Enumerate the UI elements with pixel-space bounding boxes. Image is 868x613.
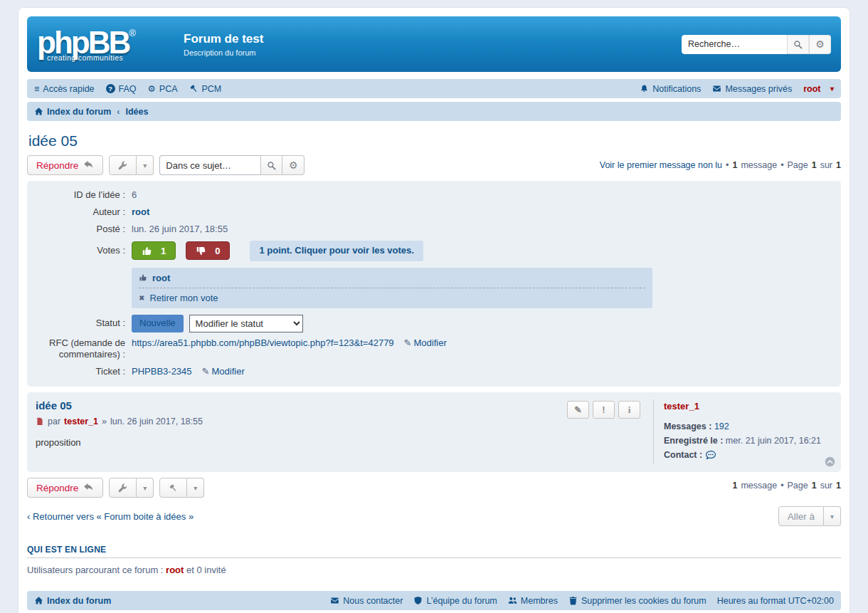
post-author-link[interactable]: tester_1 [64, 416, 98, 426]
topic-search-input[interactable] [159, 155, 260, 175]
topic-tools-caret-button[interactable]: ▾ [137, 155, 154, 175]
post-profile: tester_1 Messages : 192 Enregistré le : … [653, 399, 832, 463]
status-select[interactable]: Modifier le statut [189, 315, 303, 332]
page-word: Page [788, 160, 808, 170]
post-date-separator: » [102, 416, 107, 426]
idea-votes-row: Votes : 1 0 1 point. Cliquer pour voir l… [34, 241, 834, 261]
ticket-edit-link[interactable]: ✎Modifier [202, 366, 245, 377]
idea-id-row: ID de l’idée : 6 [34, 189, 834, 201]
vote-down-button[interactable]: 0 [186, 241, 230, 260]
breadcrumb-current-link[interactable]: Idées [125, 107, 148, 117]
idea-id-label: ID de l’idée : [34, 189, 125, 201]
header-search-input[interactable] [682, 35, 787, 54]
notifications-link[interactable]: Notifications [640, 84, 701, 94]
quick-links-menu[interactable]: ≡Accès rapide [34, 84, 95, 94]
reply-button-bottom[interactable]: Répondre [27, 478, 103, 498]
jump-to-caret-button[interactable]: ▾ [824, 506, 841, 526]
phpbb-logo[interactable]: phpBB® creating communities [37, 27, 172, 62]
return-to-forum-link[interactable]: ‹ Retourner vers « Forum boite à idées » [27, 511, 194, 522]
post-information-button[interactable]: i [618, 401, 640, 419]
envelope-icon [330, 596, 339, 605]
status-badge[interactable]: Nouvelle [132, 315, 184, 332]
jump-to-button[interactable]: Aller à [778, 506, 824, 526]
footer-navbar: Index du forum Nous contacter L’équipe d… [27, 591, 841, 610]
ticket-link[interactable]: PHPBB3-2345 [132, 366, 192, 377]
idea-votes-label: Votes : [34, 245, 125, 257]
rfc-edit-link[interactable]: ✎Modifier [404, 337, 447, 348]
first-unread-link[interactable]: Voir le premier message non lu [600, 160, 722, 170]
post-by-word: par [48, 416, 60, 426]
exclamation-icon: ! [602, 404, 605, 415]
topic-tools-dropdown-bottom: ▾ [109, 478, 154, 498]
profile-registered-row: Enregistré le : mer. 21 juin 2017, 16:21 [664, 434, 832, 448]
topic-tools-caret-button-bottom[interactable]: ▾ [137, 478, 154, 498]
moderator-tools-dropdown: ▾ [159, 478, 204, 498]
bullet-separator: • [726, 160, 729, 170]
vote-info-box[interactable]: 1 point. Cliquer pour voir les votes. [250, 241, 423, 261]
topic-tools-button[interactable] [109, 155, 137, 175]
site-title[interactable]: Forum de test [184, 32, 263, 46]
team-link[interactable]: L’équipe du forum [413, 596, 497, 606]
topic-tools-button-bottom[interactable] [109, 478, 137, 498]
page-of-word: sur [820, 481, 832, 491]
delete-cookies-link[interactable]: Supprimer les cookies du forum [568, 596, 706, 606]
post-report-button[interactable]: ! [593, 401, 615, 419]
pcm-link[interactable]: PCM [189, 84, 222, 94]
home-icon [34, 596, 43, 605]
idea-author-link[interactable]: root [132, 206, 149, 217]
remove-vote-row: ✖ Retirer mon vote [139, 288, 645, 303]
post-edit-button[interactable]: ✎ [567, 401, 589, 419]
moderator-tools-button[interactable] [159, 478, 187, 498]
post-panel: idée 05 par tester_1 » lun. 26 juin 2017… [27, 392, 841, 472]
chevron-down-icon: ▾ [143, 162, 147, 169]
contact-pm-icon[interactable] [705, 449, 716, 461]
users-icon [508, 596, 517, 605]
footer-home-link[interactable]: Index du forum [34, 596, 111, 606]
return-jump-row: ‹ Retourner vers « Forum boite à idées »… [27, 506, 841, 526]
contact-link[interactable]: Nous contacter [330, 596, 403, 606]
vote-up-button[interactable]: 1 [132, 241, 176, 260]
post-title-link[interactable]: idée 05 [36, 399, 72, 412]
voters-box: root ✖ Retirer mon vote [132, 268, 652, 308]
topic-tools-dropdown: ▾ [109, 155, 154, 175]
chevron-down-icon: ▾ [830, 513, 834, 520]
phpbb-logo-tagline: creating communities [37, 53, 172, 62]
profile-username-link[interactable]: tester_1 [664, 401, 699, 412]
profile-messages-count-link[interactable]: 192 [714, 421, 729, 431]
members-link[interactable]: Membres [508, 596, 558, 606]
idea-id-value: 6 [132, 189, 137, 201]
user-menu[interactable]: root ▾ [803, 84, 834, 94]
online-user-link[interactable]: root [166, 565, 184, 575]
post-icon[interactable] [36, 417, 44, 426]
breadcrumb-home-link[interactable]: Index du forum [34, 107, 111, 117]
page-current: 1 [812, 160, 817, 170]
topic-search-button[interactable] [260, 155, 282, 175]
home-icon [34, 107, 43, 116]
post-count-word: message [741, 160, 777, 170]
remove-vote-link[interactable]: Retirer mon vote [149, 293, 218, 303]
moderator-tools-caret-button[interactable]: ▾ [187, 478, 204, 498]
header-search-button[interactable] [787, 35, 809, 54]
private-messages-link[interactable]: Messages privés [712, 84, 792, 94]
header-search-advanced-button[interactable]: ⚙ [809, 35, 831, 54]
voter-name-link[interactable]: root [152, 273, 170, 283]
faq-link[interactable]: ?FAQ [106, 84, 137, 94]
topic-search: ⚙ [159, 155, 305, 175]
scroll-top-button[interactable] [825, 456, 835, 468]
post-body: proposition [36, 437, 640, 448]
post-count-number: 1 [732, 160, 737, 170]
pca-link[interactable]: ⚙PCA [148, 83, 178, 94]
topic-toolbar-top: Répondre ▾ ⚙ Voir le premier message non… [27, 155, 841, 175]
search-icon [267, 161, 276, 170]
idea-posted-label: Posté : [34, 224, 125, 236]
gear-icon: ⚙ [815, 38, 825, 50]
topic-search-advanced-button[interactable]: ⚙ [282, 155, 305, 175]
envelope-icon [712, 84, 721, 93]
reply-button[interactable]: Répondre [27, 155, 103, 175]
trash-icon [568, 596, 578, 605]
page-of-word: sur [820, 160, 832, 170]
timezone-text: Heures au format UTC+02:00 [717, 596, 834, 606]
shield-icon [413, 596, 423, 605]
rfc-url-link[interactable]: https://area51.phpbb.com/phpBB/viewtopic… [132, 337, 394, 348]
top-navbar: ≡Accès rapide ?FAQ ⚙PCA PCM Notification… [27, 79, 841, 98]
